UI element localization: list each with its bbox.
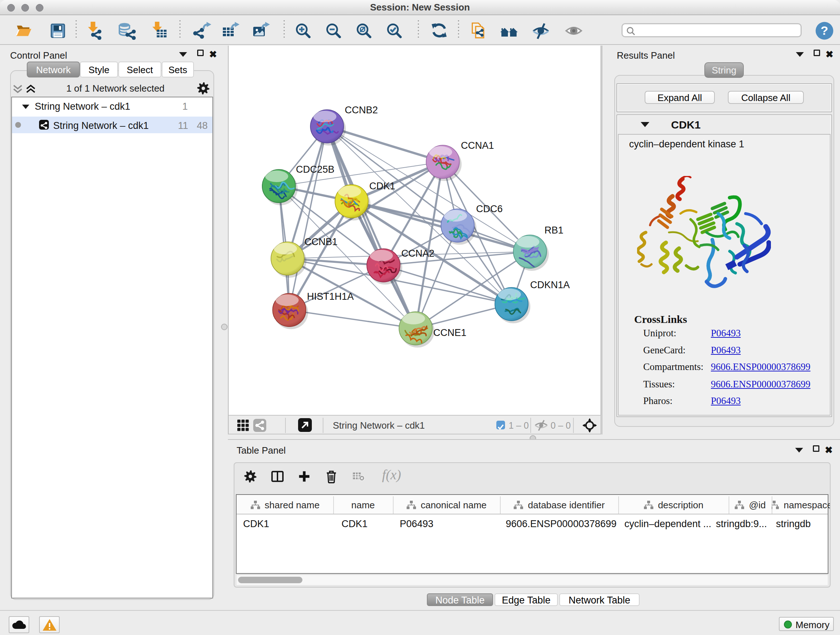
svg-text:CDC6: CDC6 [476, 203, 503, 214]
svg-text:CCNA2: CCNA2 [401, 248, 434, 259]
svg-text:CDKN1A: CDKN1A [530, 279, 570, 290]
svg-text:CCNB1: CCNB1 [305, 236, 338, 247]
svg-text:CDC25B: CDC25B [296, 164, 335, 175]
svg-text:?: ? [821, 24, 829, 37]
svg-text:CCNA1: CCNA1 [461, 140, 494, 151]
svg-text:CCNB2: CCNB2 [345, 105, 378, 116]
svg-text:CDK1: CDK1 [369, 181, 395, 192]
svg-text:CCNE1: CCNE1 [433, 327, 467, 338]
svg-text:RB1: RB1 [545, 225, 564, 236]
svg-text:HIST1H1A: HIST1H1A [307, 291, 354, 302]
